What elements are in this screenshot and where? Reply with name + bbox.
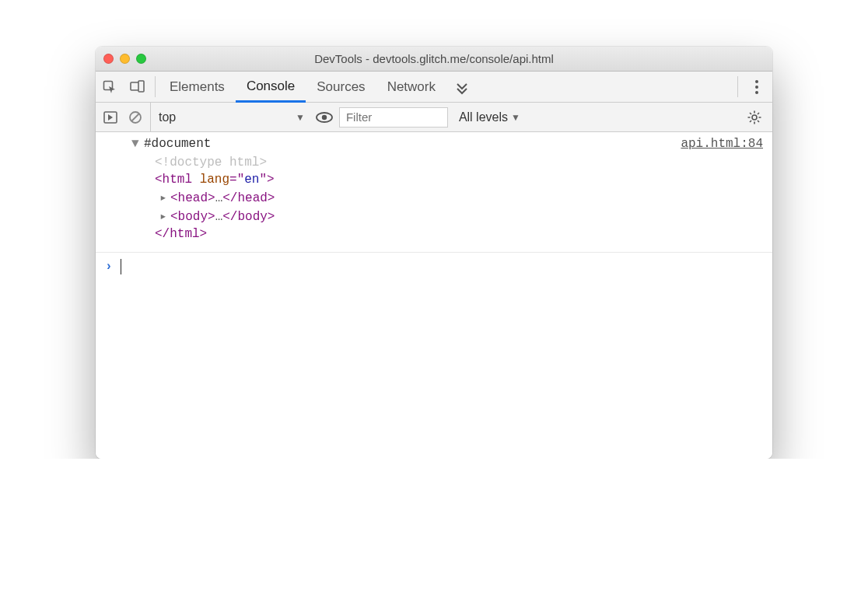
svg-line-16 — [750, 113, 751, 114]
svg-rect-2 — [138, 81, 144, 92]
svg-point-3 — [755, 80, 758, 83]
traffic-lights — [103, 54, 146, 64]
device-toolbar-icon[interactable] — [124, 72, 152, 102]
clear-console-icon[interactable] — [125, 110, 145, 124]
svg-line-18 — [750, 121, 751, 122]
levels-label: All levels — [459, 110, 508, 124]
log-levels-select[interactable]: All levels ▼ — [459, 110, 520, 124]
tab-label: Console — [247, 79, 295, 94]
window-title: DevTools - devtools.glitch.me/console/ap… — [96, 52, 772, 65]
chevron-down-icon: ▼ — [296, 112, 305, 123]
html-close-tag[interactable]: </html> — [155, 227, 681, 241]
context-value: top — [159, 110, 291, 124]
tab-console[interactable]: Console — [236, 72, 306, 103]
source-link[interactable]: api.html:84 — [681, 137, 763, 244]
filter-input[interactable] — [339, 107, 448, 128]
panel-tabs: Elements Console Sources Network — [96, 72, 772, 103]
console-settings-icon[interactable] — [741, 110, 768, 124]
svg-line-17 — [758, 121, 759, 122]
head-node[interactable]: ▸<head>…</head> — [155, 190, 681, 205]
expand-toggle-icon[interactable]: ▼ — [131, 137, 144, 151]
expand-arrow-icon[interactable]: ▸ — [159, 208, 170, 224]
window-titlebar: DevTools - devtools.glitch.me/console/ap… — [96, 47, 772, 72]
svg-point-4 — [755, 86, 758, 89]
svg-line-19 — [758, 113, 759, 114]
zoom-window-button[interactable] — [136, 54, 146, 64]
dom-tree[interactable]: ▼#document <!doctype html> <html lang="e… — [105, 137, 681, 244]
console-body: ▼#document <!doctype html> <html lang="e… — [96, 132, 772, 459]
close-window-button[interactable] — [103, 54, 114, 64]
document-node[interactable]: #document — [144, 137, 211, 151]
console-toolbar: top ▼ All levels ▼ — [96, 103, 772, 132]
separator — [155, 76, 156, 97]
minimize-window-button[interactable] — [120, 54, 130, 64]
text-caret — [121, 259, 122, 274]
tab-label: Network — [387, 79, 436, 95]
tab-network[interactable]: Network — [376, 72, 446, 102]
svg-point-11 — [752, 115, 757, 120]
doctype-node[interactable]: <!doctype html> — [155, 155, 681, 169]
more-tabs-button[interactable] — [446, 72, 478, 102]
body-node[interactable]: ▸<body>…</body> — [155, 208, 681, 224]
sidebar-toggle-icon[interactable] — [100, 111, 121, 124]
live-expression-icon[interactable] — [314, 112, 334, 123]
kebab-menu-icon[interactable] — [741, 72, 772, 102]
console-prompt[interactable]: › — [96, 253, 772, 281]
inspect-element-icon[interactable] — [96, 72, 124, 102]
html-open-tag[interactable]: <html lang="en"> — [155, 173, 681, 187]
tab-label: Elements — [170, 79, 225, 95]
tab-label: Sources — [317, 79, 365, 95]
svg-point-5 — [755, 91, 758, 94]
separator — [737, 76, 738, 97]
tab-elements[interactable]: Elements — [159, 72, 236, 102]
prompt-chevron-icon: › — [105, 260, 113, 274]
chevron-down-icon: ▼ — [511, 112, 520, 123]
tab-sources[interactable]: Sources — [306, 72, 376, 102]
devtools-window: DevTools - devtools.glitch.me/console/ap… — [96, 47, 772, 459]
svg-line-8 — [132, 114, 139, 121]
execution-context-select[interactable]: top ▼ — [150, 103, 310, 131]
svg-point-10 — [322, 114, 327, 119]
console-message: ▼#document <!doctype html> <html lang="e… — [96, 132, 772, 253]
expand-arrow-icon[interactable]: ▸ — [159, 190, 170, 205]
